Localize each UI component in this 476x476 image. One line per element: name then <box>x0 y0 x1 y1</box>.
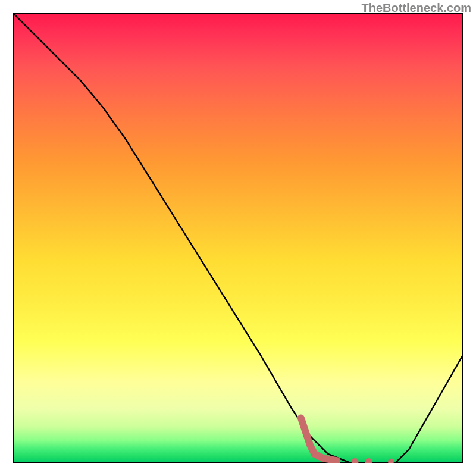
watermark-text: TheBottleneck.com <box>362 1 471 15</box>
chart-container: TheBottleneck.com <box>0 0 476 476</box>
plot-background <box>13 13 463 463</box>
